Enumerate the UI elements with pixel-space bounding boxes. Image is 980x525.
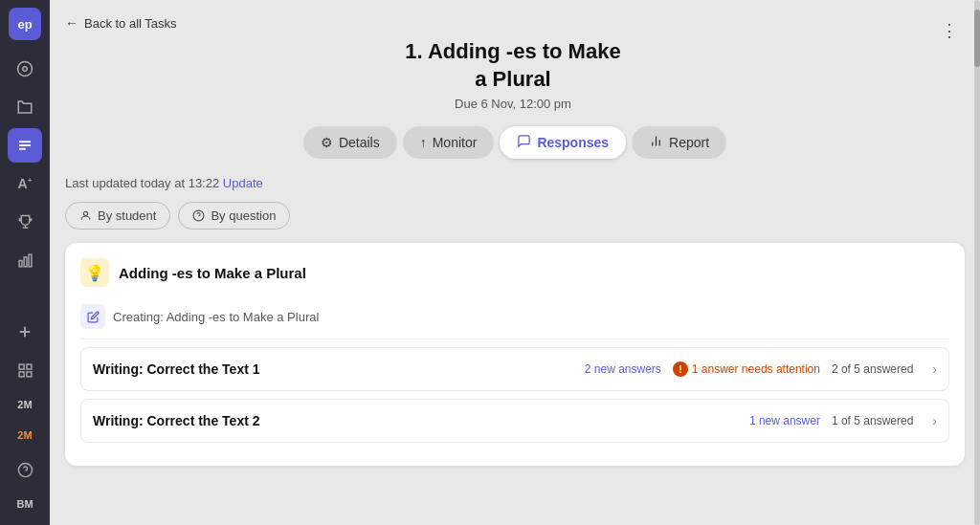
chevron-right-icon: › [932, 361, 937, 377]
responses-tab-label: Responses [537, 135, 609, 150]
content-area: Last updated today at 13:22 Update By st… [50, 168, 980, 525]
due-date: Due 6 Nov, 12:00 pm [65, 97, 961, 111]
question-label: Writing: Correct the Text 1 [93, 361, 260, 377]
card-sub: Creating: Adding -es to Make a Plural [80, 298, 949, 339]
sidebar-item-help[interactable] [8, 452, 42, 487]
question-label: Writing: Correct the Text 2 [93, 413, 260, 428]
tabs-bar: ⚙ Details ↑ Monitor Responses Report [50, 115, 980, 168]
title-section: 1. Adding -es to Make a Plural Due 6 Nov… [65, 31, 961, 115]
svg-rect-14 [19, 371, 24, 376]
page-title: 1. Adding -es to Make a Plural [65, 38, 961, 93]
question-row[interactable]: Writing: Correct the Text 1 2 new answer… [80, 347, 949, 391]
report-tab-icon [649, 134, 663, 151]
tab-responses[interactable]: Responses [500, 126, 626, 159]
monitor-tab-icon: ↑ [420, 135, 427, 150]
sidebar-item-trophy[interactable] [8, 205, 42, 239]
view-toggle: By student By question [65, 202, 965, 230]
sidebar-item-dashboard[interactable] [8, 52, 42, 86]
more-options-button[interactable]: ⋮ [934, 15, 965, 46]
new-answers-badge: 1 new answer [749, 414, 820, 427]
scrollbar-track[interactable] [974, 0, 980, 525]
svg-point-1 [23, 67, 28, 72]
main-content: ← Back to all Tasks ⋮ 1. Adding -es to M… [50, 0, 980, 525]
view-by-question-label: By question [211, 208, 276, 223]
sidebar-badge-bm[interactable]: BM [8, 491, 42, 517]
header-area: ← Back to all Tasks ⋮ 1. Adding -es to M… [50, 0, 980, 115]
back-arrow-icon: ← [65, 15, 78, 31]
card-title: Adding -es to Make a Plural [119, 265, 306, 281]
question-card: 💡 Adding -es to Make a Plural Creating: … [65, 243, 965, 466]
question-meta: 2 new answers ! 1 answer needs attention… [585, 361, 937, 377]
monitor-tab-label: Monitor [433, 135, 478, 150]
update-bar: Last updated today at 13:22 Update [65, 168, 965, 202]
attention-icon: ! [673, 361, 688, 377]
card-icon: 💡 [80, 258, 109, 287]
sidebar-item-folder[interactable] [8, 90, 42, 124]
chevron-right-icon: › [932, 413, 937, 428]
more-icon: ⋮ [941, 20, 958, 41]
details-tab-label: Details [339, 135, 380, 150]
sidebar-item-grid[interactable] [8, 353, 42, 387]
svg-rect-9 [29, 254, 32, 267]
sidebar-badge-2m-orange[interactable]: 2M [8, 422, 42, 448]
svg-point-0 [18, 62, 33, 77]
attention-badge: ! 1 answer needs attention [673, 361, 820, 377]
update-link[interactable]: Update [223, 176, 263, 190]
card-sub-text: Creating: Adding -es to Make a Plural [113, 310, 319, 324]
question-row[interactable]: Writing: Correct the Text 2 1 new answer… [80, 399, 949, 443]
answered-count: 2 of 5 answered [832, 362, 913, 376]
sidebar-badge-2m[interactable]: 2M [8, 391, 42, 418]
svg-rect-15 [26, 371, 31, 376]
last-updated-text: Last updated today at 13:22 [65, 176, 219, 190]
svg-point-21 [83, 211, 87, 215]
view-by-student-label: By student [98, 208, 156, 223]
answered-count: 1 of 5 answered [832, 414, 913, 427]
tab-report[interactable]: Report [632, 126, 726, 159]
attention-label: 1 answer needs attention [692, 362, 820, 376]
card-sub-icon [80, 304, 105, 329]
svg-rect-7 [19, 260, 22, 266]
new-answers-badge: 2 new answers [585, 362, 661, 376]
scrollbar-thumb[interactable] [974, 10, 980, 67]
question-meta: 1 new answer 1 of 5 answered › [749, 413, 937, 428]
back-link-label: Back to all Tasks [84, 16, 177, 31]
view-by-question-button[interactable]: By question [178, 202, 290, 230]
svg-rect-8 [24, 256, 27, 266]
sidebar: ep A+ 2M 2M BM [0, 0, 50, 525]
report-tab-label: Report [669, 135, 709, 150]
tab-details[interactable]: ⚙ Details [303, 126, 397, 159]
tab-monitor[interactable]: ↑ Monitor [403, 126, 495, 159]
svg-rect-12 [19, 364, 24, 369]
card-header: 💡 Adding -es to Make a Plural [80, 258, 949, 287]
responses-tab-icon [517, 134, 531, 151]
svg-rect-13 [26, 364, 31, 369]
sidebar-item-tasks[interactable] [8, 128, 42, 163]
sidebar-item-add[interactable] [8, 315, 42, 349]
sidebar-item-vocabulary[interactable]: A+ [8, 166, 42, 201]
app-logo: ep [9, 8, 41, 40]
details-tab-icon: ⚙ [321, 135, 333, 150]
sidebar-item-chart[interactable] [8, 243, 42, 277]
view-by-student-button[interactable]: By student [65, 202, 170, 230]
back-link[interactable]: ← Back to all Tasks [65, 15, 177, 31]
